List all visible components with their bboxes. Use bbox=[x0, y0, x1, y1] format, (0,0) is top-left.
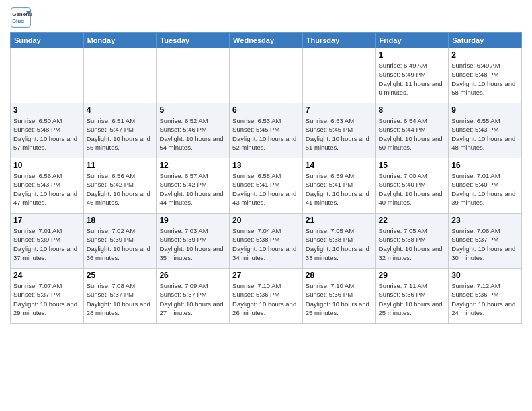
svg-text:Blue: Blue bbox=[12, 18, 24, 24]
weekday-header-thursday: Thursday bbox=[302, 33, 375, 48]
day-number: 26 bbox=[159, 271, 226, 280]
day-number: 2 bbox=[451, 50, 519, 60]
day-cell: 29Sunrise: 7:11 AM Sunset: 5:36 PM Dayli… bbox=[375, 269, 449, 324]
day-cell: 20Sunrise: 7:04 AM Sunset: 5:38 PM Dayli… bbox=[230, 214, 303, 269]
day-number: 30 bbox=[451, 271, 519, 280]
day-number: 13 bbox=[232, 161, 300, 170]
day-info: Sunrise: 7:00 AM Sunset: 5:40 PM Dayligh… bbox=[379, 171, 446, 207]
day-info: Sunrise: 7:06 AM Sunset: 5:37 PM Dayligh… bbox=[451, 226, 519, 262]
day-cell: 14Sunrise: 6:59 AM Sunset: 5:41 PM Dayli… bbox=[302, 158, 375, 214]
day-info: Sunrise: 6:58 AM Sunset: 5:41 PM Dayligh… bbox=[232, 171, 300, 207]
weekday-header-monday: Monday bbox=[83, 33, 157, 48]
day-cell bbox=[157, 48, 230, 103]
day-number: 6 bbox=[232, 105, 300, 115]
day-info: Sunrise: 7:03 AM Sunset: 5:39 PM Dayligh… bbox=[159, 226, 226, 262]
week-row-4: 17Sunrise: 7:01 AM Sunset: 5:39 PM Dayli… bbox=[11, 214, 522, 269]
day-number: 24 bbox=[13, 271, 81, 280]
day-info: Sunrise: 7:10 AM Sunset: 5:36 PM Dayligh… bbox=[306, 281, 373, 317]
day-info: Sunrise: 7:10 AM Sunset: 5:36 PM Dayligh… bbox=[232, 281, 300, 317]
day-number: 27 bbox=[232, 271, 300, 280]
day-info: Sunrise: 7:07 AM Sunset: 5:37 PM Dayligh… bbox=[13, 281, 81, 317]
day-number: 28 bbox=[306, 271, 373, 280]
logo: General Blue bbox=[10, 7, 34, 28]
day-number: 9 bbox=[451, 105, 519, 115]
day-info: Sunrise: 6:59 AM Sunset: 5:41 PM Dayligh… bbox=[306, 171, 373, 207]
day-cell: 11Sunrise: 6:56 AM Sunset: 5:42 PM Dayli… bbox=[83, 158, 157, 214]
day-info: Sunrise: 7:01 AM Sunset: 5:39 PM Dayligh… bbox=[13, 226, 81, 262]
day-info: Sunrise: 6:52 AM Sunset: 5:46 PM Dayligh… bbox=[159, 116, 226, 152]
day-number: 15 bbox=[379, 161, 446, 170]
weekday-header-row: SundayMondayTuesdayWednesdayThursdayFrid… bbox=[11, 33, 522, 48]
day-info: Sunrise: 7:05 AM Sunset: 5:38 PM Dayligh… bbox=[379, 226, 446, 262]
weekday-header-wednesday: Wednesday bbox=[230, 33, 303, 48]
day-cell: 19Sunrise: 7:03 AM Sunset: 5:39 PM Dayli… bbox=[157, 214, 230, 269]
day-info: Sunrise: 7:02 AM Sunset: 5:39 PM Dayligh… bbox=[87, 226, 154, 262]
header: General Blue bbox=[10, 7, 522, 28]
day-cell: 16Sunrise: 7:01 AM Sunset: 5:40 PM Dayli… bbox=[449, 158, 522, 214]
day-cell: 24Sunrise: 7:07 AM Sunset: 5:37 PM Dayli… bbox=[11, 269, 84, 324]
week-row-5: 24Sunrise: 7:07 AM Sunset: 5:37 PM Dayli… bbox=[11, 269, 522, 324]
day-cell: 21Sunrise: 7:05 AM Sunset: 5:38 PM Dayli… bbox=[302, 214, 375, 269]
day-cell bbox=[230, 48, 303, 103]
weekday-header-sunday: Sunday bbox=[11, 33, 84, 48]
week-row-3: 10Sunrise: 6:56 AM Sunset: 5:43 PM Dayli… bbox=[11, 158, 522, 214]
day-number: 25 bbox=[87, 271, 154, 280]
day-cell: 2Sunrise: 6:49 AM Sunset: 5:48 PM Daylig… bbox=[449, 48, 522, 103]
day-number: 20 bbox=[232, 216, 300, 225]
day-cell: 7Sunrise: 6:53 AM Sunset: 5:45 PM Daylig… bbox=[302, 103, 375, 158]
day-cell: 6Sunrise: 6:53 AM Sunset: 5:45 PM Daylig… bbox=[230, 103, 303, 158]
day-info: Sunrise: 6:56 AM Sunset: 5:42 PM Dayligh… bbox=[87, 171, 154, 207]
page-container: General Blue SundayMondayTuesdayWednesda… bbox=[0, 0, 532, 330]
weekday-header-tuesday: Tuesday bbox=[157, 33, 230, 48]
day-number: 12 bbox=[159, 161, 226, 170]
day-cell: 15Sunrise: 7:00 AM Sunset: 5:40 PM Dayli… bbox=[375, 158, 449, 214]
day-info: Sunrise: 7:04 AM Sunset: 5:38 PM Dayligh… bbox=[232, 226, 300, 262]
day-cell: 25Sunrise: 7:08 AM Sunset: 5:37 PM Dayli… bbox=[83, 269, 157, 324]
day-info: Sunrise: 6:57 AM Sunset: 5:42 PM Dayligh… bbox=[159, 171, 226, 207]
day-number: 16 bbox=[451, 161, 519, 170]
day-cell: 13Sunrise: 6:58 AM Sunset: 5:41 PM Dayli… bbox=[230, 158, 303, 214]
day-info: Sunrise: 7:01 AM Sunset: 5:40 PM Dayligh… bbox=[451, 171, 519, 207]
day-number: 19 bbox=[159, 216, 226, 225]
day-cell: 1Sunrise: 6:49 AM Sunset: 5:49 PM Daylig… bbox=[375, 48, 449, 103]
day-info: Sunrise: 6:51 AM Sunset: 5:47 PM Dayligh… bbox=[87, 116, 154, 152]
day-info: Sunrise: 6:54 AM Sunset: 5:44 PM Dayligh… bbox=[379, 116, 446, 152]
day-cell: 5Sunrise: 6:52 AM Sunset: 5:46 PM Daylig… bbox=[157, 103, 230, 158]
day-number: 4 bbox=[87, 105, 154, 115]
week-row-2: 3Sunrise: 6:50 AM Sunset: 5:48 PM Daylig… bbox=[11, 103, 522, 158]
day-cell: 27Sunrise: 7:10 AM Sunset: 5:36 PM Dayli… bbox=[230, 269, 303, 324]
day-cell bbox=[302, 48, 375, 103]
day-number: 8 bbox=[379, 105, 446, 115]
day-number: 5 bbox=[159, 105, 226, 115]
day-number: 3 bbox=[13, 105, 81, 115]
day-cell: 23Sunrise: 7:06 AM Sunset: 5:37 PM Dayli… bbox=[449, 214, 522, 269]
weekday-header-friday: Friday bbox=[375, 33, 449, 48]
day-info: Sunrise: 6:55 AM Sunset: 5:43 PM Dayligh… bbox=[451, 116, 519, 152]
day-number: 14 bbox=[306, 161, 373, 170]
calendar-table: SundayMondayTuesdayWednesdayThursdayFrid… bbox=[10, 32, 522, 324]
day-cell bbox=[83, 48, 157, 103]
day-info: Sunrise: 7:05 AM Sunset: 5:38 PM Dayligh… bbox=[306, 226, 373, 262]
day-cell: 8Sunrise: 6:54 AM Sunset: 5:44 PM Daylig… bbox=[375, 103, 449, 158]
day-cell: 10Sunrise: 6:56 AM Sunset: 5:43 PM Dayli… bbox=[11, 158, 84, 214]
day-info: Sunrise: 6:49 AM Sunset: 5:48 PM Dayligh… bbox=[451, 61, 519, 97]
logo-icon: General Blue bbox=[10, 7, 32, 28]
day-info: Sunrise: 7:11 AM Sunset: 5:36 PM Dayligh… bbox=[379, 281, 446, 317]
day-cell: 26Sunrise: 7:09 AM Sunset: 5:37 PM Dayli… bbox=[157, 269, 230, 324]
day-cell: 9Sunrise: 6:55 AM Sunset: 5:43 PM Daylig… bbox=[449, 103, 522, 158]
day-info: Sunrise: 6:53 AM Sunset: 5:45 PM Dayligh… bbox=[306, 116, 373, 152]
day-cell: 30Sunrise: 7:12 AM Sunset: 5:36 PM Dayli… bbox=[449, 269, 522, 324]
day-cell: 22Sunrise: 7:05 AM Sunset: 5:38 PM Dayli… bbox=[375, 214, 449, 269]
day-number: 1 bbox=[379, 50, 446, 60]
day-cell: 12Sunrise: 6:57 AM Sunset: 5:42 PM Dayli… bbox=[157, 158, 230, 214]
day-number: 18 bbox=[87, 216, 154, 225]
day-info: Sunrise: 6:49 AM Sunset: 5:49 PM Dayligh… bbox=[379, 61, 446, 97]
day-cell: 4Sunrise: 6:51 AM Sunset: 5:47 PM Daylig… bbox=[83, 103, 157, 158]
day-info: Sunrise: 6:50 AM Sunset: 5:48 PM Dayligh… bbox=[13, 116, 81, 152]
day-info: Sunrise: 6:56 AM Sunset: 5:43 PM Dayligh… bbox=[13, 171, 81, 207]
day-number: 22 bbox=[379, 216, 446, 225]
day-number: 17 bbox=[13, 216, 81, 225]
day-info: Sunrise: 7:08 AM Sunset: 5:37 PM Dayligh… bbox=[87, 281, 154, 317]
day-cell: 18Sunrise: 7:02 AM Sunset: 5:39 PM Dayli… bbox=[83, 214, 157, 269]
day-number: 7 bbox=[306, 105, 373, 115]
